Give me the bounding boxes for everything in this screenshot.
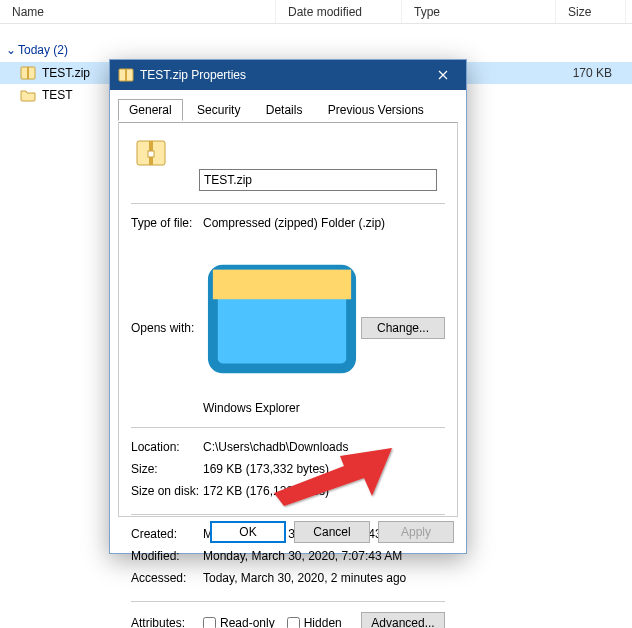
accessed-value: Today, March 30, 2020, 2 minutes ago	[203, 571, 445, 585]
tab-security[interactable]: Security	[186, 99, 251, 121]
explorer-columns: Name Date modified Type Size	[0, 0, 632, 24]
created-label: Created:	[131, 527, 203, 541]
col-size[interactable]: Size	[556, 0, 626, 23]
location-value: C:\Users\chadb\Downloads	[203, 440, 445, 454]
col-name[interactable]: Name	[0, 0, 276, 23]
folder-icon	[20, 87, 36, 103]
modified-value: Monday, March 30, 2020, 7:07:43 AM	[203, 549, 445, 563]
size-value: 169 KB (173,332 bytes)	[203, 462, 445, 476]
group-label: Today (2)	[18, 43, 68, 57]
dialog-title: TEST.zip Properties	[140, 68, 246, 82]
filename-input[interactable]	[199, 169, 437, 191]
titlebar[interactable]: TEST.zip Properties	[110, 60, 466, 90]
size-label: Size:	[131, 462, 203, 476]
col-date[interactable]: Date modified	[276, 0, 402, 23]
zip-file-icon	[135, 137, 167, 169]
cancel-button[interactable]: Cancel	[294, 521, 370, 543]
ondisk-value: 172 KB (176,128 bytes)	[203, 484, 445, 498]
properties-dialog: TEST.zip Properties General Security Det…	[109, 59, 467, 554]
ondisk-label: Size on disk:	[131, 484, 203, 498]
svg-rect-6	[148, 151, 154, 157]
opens-label: Opens with:	[131, 321, 203, 335]
attributes-label: Attributes:	[131, 616, 203, 628]
type-label: Type of file:	[131, 216, 203, 230]
accessed-label: Accessed:	[131, 571, 203, 585]
svg-rect-3	[125, 69, 127, 81]
zip-file-icon	[118, 67, 134, 83]
opens-value: Windows Explorer	[203, 240, 361, 415]
advanced-button[interactable]: Advanced...	[361, 612, 445, 628]
tab-panel-general: Type of file:Compressed (zipped) Folder …	[118, 122, 458, 517]
svg-rect-1	[27, 67, 29, 79]
tab-general[interactable]: General	[118, 99, 183, 121]
tab-details[interactable]: Details	[255, 99, 314, 121]
close-button[interactable]	[420, 60, 466, 90]
type-value: Compressed (zipped) Folder (.zip)	[203, 216, 445, 230]
file-size: 170 KB	[554, 66, 624, 80]
readonly-checkbox[interactable]: Read-only	[203, 616, 275, 628]
change-button[interactable]: Change...	[361, 317, 445, 339]
hidden-checkbox[interactable]: Hidden	[287, 616, 342, 628]
tab-strip: General Security Details Previous Versio…	[118, 98, 458, 122]
tab-previous-versions[interactable]: Previous Versions	[317, 99, 435, 121]
modified-label: Modified:	[131, 549, 203, 563]
zip-file-icon	[20, 65, 36, 81]
location-label: Location:	[131, 440, 203, 454]
ok-button[interactable]: OK	[210, 521, 286, 543]
apply-button[interactable]: Apply	[378, 521, 454, 543]
svg-rect-8	[213, 270, 351, 300]
dialog-button-bar: OK Cancel Apply	[210, 521, 454, 543]
chevron-down-icon: ⌄	[6, 43, 16, 57]
close-icon	[438, 70, 448, 80]
col-type[interactable]: Type	[402, 0, 556, 23]
windows-explorer-icon	[203, 387, 361, 401]
